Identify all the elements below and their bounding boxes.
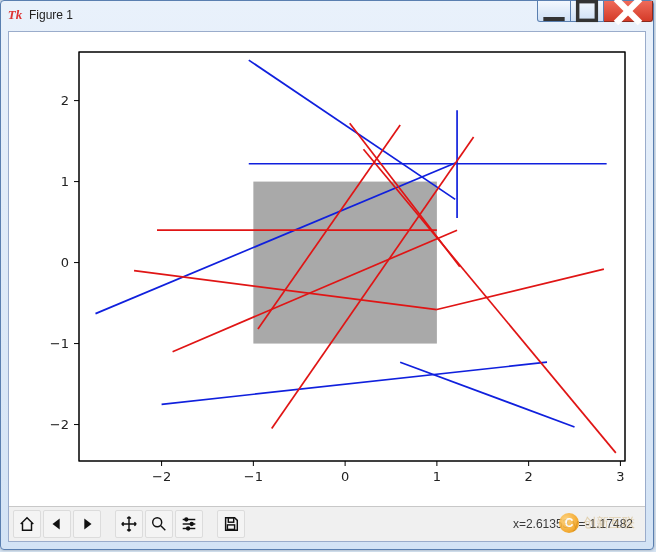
back-button[interactable]: [43, 510, 71, 538]
arrow-right-icon: [78, 515, 96, 533]
app-icon: Tk: [7, 7, 23, 23]
xtick-label: −2: [152, 469, 171, 484]
zoom-button[interactable]: [145, 510, 173, 538]
save-icon: [222, 515, 240, 533]
titlebar: Tk Figure 1: [1, 1, 653, 29]
plot-area[interactable]: −2−10123−2−1012: [9, 32, 645, 507]
maximize-button[interactable]: [571, 1, 604, 22]
arrow-left-icon: [48, 515, 66, 533]
ytick-label: 0: [61, 255, 69, 270]
xtick-label: 1: [433, 469, 441, 484]
svg-point-39: [187, 527, 190, 530]
svg-point-38: [190, 523, 193, 526]
sliders-icon: [180, 515, 198, 533]
svg-point-37: [185, 518, 188, 521]
client-area: −2−10123−2−1012: [8, 31, 646, 542]
svg-point-32: [153, 518, 162, 527]
svg-rect-40: [228, 518, 233, 523]
app-window: Tk Figure 1 −2−10123−2−1012: [0, 0, 654, 550]
coord-readout: x=2.61353 y=-1.17482: [513, 517, 641, 531]
xtick-label: 2: [525, 469, 533, 484]
ytick-label: −1: [50, 336, 69, 351]
maximize-icon: [571, 0, 603, 27]
close-button[interactable]: [604, 1, 653, 22]
svg-rect-5: [253, 182, 437, 344]
svg-rect-41: [227, 525, 234, 530]
minimize-icon: [538, 0, 570, 27]
xtick-label: −1: [244, 469, 263, 484]
pan-button[interactable]: [115, 510, 143, 538]
home-icon: [18, 515, 36, 533]
save-button[interactable]: [217, 510, 245, 538]
toolbar: x=2.61353 y=-1.17482: [9, 506, 645, 541]
ytick-label: 1: [61, 174, 69, 189]
svg-rect-1: [578, 2, 597, 21]
forward-button[interactable]: [73, 510, 101, 538]
window-controls: [537, 1, 653, 22]
zoom-icon: [150, 515, 168, 533]
ytick-label: −2: [50, 417, 69, 432]
xtick-label: 3: [616, 469, 624, 484]
xtick-label: 0: [341, 469, 349, 484]
ytick-label: 2: [61, 93, 69, 108]
svg-line-33: [161, 526, 166, 531]
window-title: Figure 1: [29, 8, 73, 22]
chart-canvas: −2−10123−2−1012: [9, 32, 645, 507]
minimize-button[interactable]: [537, 1, 571, 22]
move-icon: [120, 515, 138, 533]
close-icon: [604, 0, 652, 35]
home-button[interactable]: [13, 510, 41, 538]
configure-button[interactable]: [175, 510, 203, 538]
